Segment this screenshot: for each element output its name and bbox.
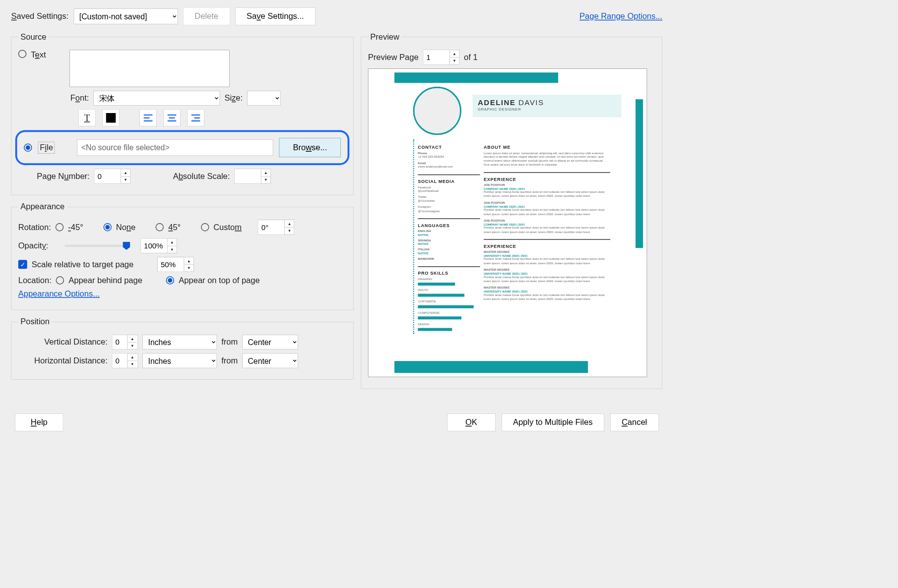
rotation-label: Rotation:: [18, 223, 51, 233]
page-number-label: Page Number:: [37, 172, 89, 181]
position-fieldset: Position Vertical Distance: ▲▼ Inches fr…: [11, 317, 354, 380]
file-radio[interactable]: [24, 144, 32, 152]
hdist-spinner[interactable]: ▲▼: [112, 353, 138, 368]
preview-page-spinner[interactable]: ▲▼: [423, 50, 460, 65]
hdist-label: Horizontal Distance:: [33, 356, 108, 366]
saved-settings-select[interactable]: [Custom-not saved]: [74, 8, 178, 24]
vdist-from-label: from: [221, 337, 238, 347]
vdist-label: Vertical Distance:: [33, 337, 108, 347]
spinner-up-icon: ▲: [121, 169, 130, 176]
saved-settings-label: Saved Settings:: [11, 11, 69, 21]
rotation-m45-radio[interactable]: [56, 223, 64, 232]
file-source-highlight: File Browse...: [15, 130, 350, 166]
resume-preview: ADELINE DAVIS GRAPHIC DESIGNER CONTACT P…: [372, 72, 643, 373]
vdist-unit-select[interactable]: Inches: [142, 335, 217, 350]
align-center-icon[interactable]: [163, 110, 181, 127]
text-underline-icon[interactable]: T: [78, 110, 96, 127]
rotation-45-label: 45°: [168, 223, 181, 233]
vdist-from-select[interactable]: Center: [242, 335, 298, 350]
hdist-from-label: from: [221, 356, 238, 366]
file-radio-label: File: [38, 142, 55, 154]
preview-of-label: of 1: [464, 53, 478, 62]
absolute-scale-spinner[interactable]: ▲▼: [234, 169, 271, 184]
preview-legend: Preview: [368, 32, 402, 42]
opacity-spinner[interactable]: ▲▼: [140, 238, 177, 253]
preview-fieldset: Preview Preview Page ▲▼ of 1: [361, 32, 663, 389]
location-behind-label: Appear behind page: [68, 276, 142, 286]
preview-page-label: Preview Page: [368, 53, 419, 62]
scale-relative-checkbox[interactable]: ✓: [18, 260, 27, 269]
position-legend: Position: [18, 317, 52, 327]
help-button[interactable]: Help: [15, 413, 64, 431]
rotation-custom-radio[interactable]: [201, 223, 209, 232]
rotation-45-radio[interactable]: [156, 223, 164, 232]
appearance-fieldset: Appearance Rotation: -45° None 45° Custo…: [11, 202, 354, 310]
text-radio[interactable]: [18, 50, 27, 59]
font-label: Font:: [70, 93, 89, 103]
cancel-button[interactable]: Cancel: [610, 413, 659, 431]
text-input[interactable]: [70, 50, 230, 87]
font-select[interactable]: 宋体: [93, 91, 220, 106]
align-right-icon[interactable]: [187, 110, 204, 127]
rotation-none-label: None: [116, 223, 135, 233]
rotation-none-radio[interactable]: [103, 223, 112, 232]
delete-button[interactable]: Delete: [183, 7, 230, 25]
source-fieldset: Source Text Font: 宋体 Size: T: [11, 32, 354, 195]
ok-button[interactable]: OK: [447, 413, 496, 431]
location-behind-radio[interactable]: [56, 276, 64, 285]
save-settings-button[interactable]: Save Settings...: [235, 7, 316, 25]
page-range-options-link[interactable]: Page Range Options...: [579, 11, 662, 21]
scale-relative-label: Scale relative to target page: [32, 260, 133, 270]
preview-canvas: ADELINE DAVIS GRAPHIC DESIGNER CONTACT P…: [368, 68, 647, 377]
opacity-slider[interactable]: [64, 245, 128, 247]
page-number-spinner[interactable]: ▲▼: [94, 169, 131, 184]
size-select[interactable]: [247, 91, 281, 106]
absolute-scale-label: Absolute Scale:: [173, 172, 230, 181]
location-label: Location:: [18, 276, 52, 286]
size-label: Size:: [224, 93, 243, 103]
text-color-icon[interactable]: [102, 110, 120, 127]
vdist-spinner[interactable]: ▲▼: [112, 335, 138, 350]
location-ontop-radio[interactable]: [166, 276, 175, 285]
text-radio-label: Text: [31, 50, 46, 60]
rotation-custom-label: Custom: [213, 223, 242, 233]
hdist-from-select[interactable]: Center: [242, 353, 298, 368]
spinner-down-icon: ▼: [121, 176, 130, 183]
scale-spinner[interactable]: ▲▼: [157, 257, 194, 272]
opacity-label: Opacity:: [18, 241, 49, 251]
slider-thumb-icon[interactable]: [123, 242, 130, 250]
apply-multiple-button[interactable]: Apply to Multiple Files: [502, 413, 604, 431]
browse-button[interactable]: Browse...: [279, 138, 341, 157]
source-legend: Source: [18, 32, 49, 42]
appearance-options-link[interactable]: Appearance Options...: [18, 289, 100, 299]
rotation-custom-spinner[interactable]: ▲▼: [258, 220, 295, 235]
rotation-m45-label: -45°: [68, 223, 83, 233]
appearance-legend: Appearance: [18, 202, 67, 212]
location-ontop-label: Appear on top of page: [179, 276, 259, 286]
align-left-icon[interactable]: [139, 110, 157, 127]
hdist-unit-select[interactable]: Inches: [142, 353, 217, 368]
avatar: [413, 87, 462, 135]
file-path-input[interactable]: [77, 139, 273, 156]
